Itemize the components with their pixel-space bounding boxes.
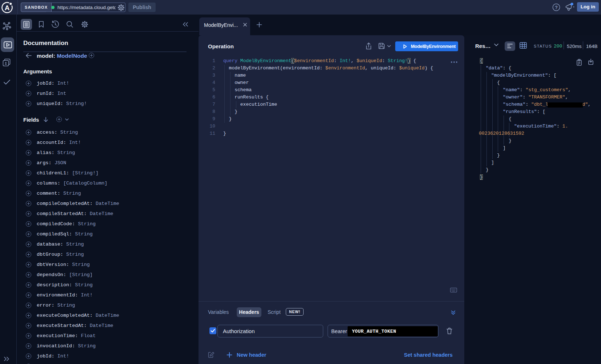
svg-text:?: ? [555,5,558,10]
svg-text:A: A [5,4,10,12]
